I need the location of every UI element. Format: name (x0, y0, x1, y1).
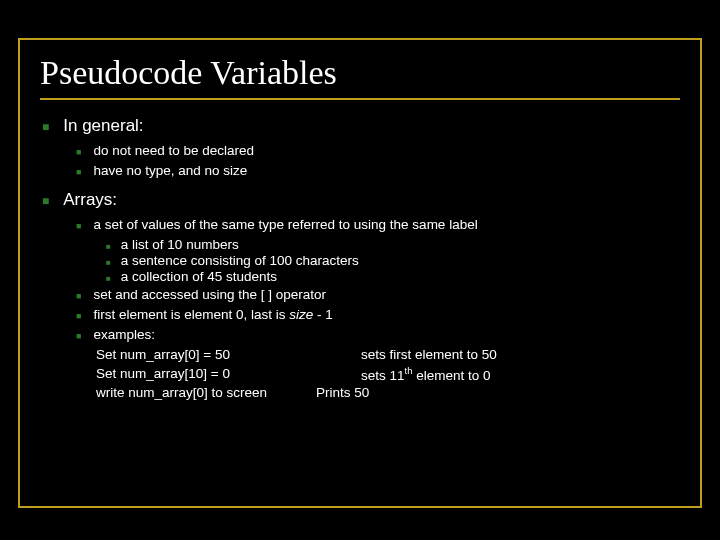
bullet-icon: ■ (42, 194, 49, 208)
list-item: ■first element is element 0, last is siz… (76, 306, 680, 324)
bullet-icon: ■ (76, 311, 81, 321)
item-text: have no type, and no size (93, 162, 247, 180)
example-row: Set num_array[10] = 0sets 11th element t… (96, 365, 680, 385)
list-item: ■set and accessed using the [ ] operator (76, 286, 680, 304)
sub-item: ■a sentence consisting of 100 characters (106, 253, 680, 268)
example-code: write num_array[0] to screen (96, 384, 316, 402)
item-text: examples: (93, 326, 155, 344)
example-result: Prints 50 (316, 384, 369, 402)
bullet-icon: ■ (106, 274, 111, 283)
sub-item-text: a list of 10 numbers (121, 237, 239, 252)
bullet-icon: ■ (106, 258, 111, 267)
example-result: sets first element to 50 (361, 346, 497, 364)
bullet-icon: ■ (76, 331, 81, 341)
item-list: ■a set of values of the same type referr… (76, 216, 680, 402)
sub-item-text: a sentence consisting of 100 characters (121, 253, 359, 268)
sub-item-text: a collection of 45 students (121, 269, 277, 284)
section: ■Arrays:■a set of values of the same typ… (40, 190, 680, 402)
section: ■In general:■do not need to be declared■… (40, 116, 680, 180)
list-item: ■examples:Set num_array[0] = 50sets firs… (76, 326, 680, 402)
section-label: In general: (63, 116, 143, 136)
example-result: sets 11th element to 0 (361, 365, 490, 385)
example-code: Set num_array[10] = 0 (96, 365, 361, 385)
bullet-icon: ■ (76, 221, 81, 231)
example-row: write num_array[0] to screenPrints 50 (96, 384, 680, 402)
content-list: ■In general:■do not need to be declared■… (40, 116, 680, 402)
slide-title: Pseudocode Variables (40, 54, 680, 100)
list-item: ■have no type, and no size (76, 162, 680, 180)
sub-item: ■a list of 10 numbers (106, 237, 680, 252)
slide: Pseudocode Variables ■In general:■do not… (18, 38, 702, 508)
example-row: Set num_array[0] = 50sets first element … (96, 346, 680, 364)
bullet-icon: ■ (42, 120, 49, 134)
item-text: set and accessed using the [ ] operator (93, 286, 326, 304)
list-item: ■do not need to be declared (76, 142, 680, 160)
list-item: ■a set of values of the same type referr… (76, 216, 680, 283)
bullet-icon: ■ (76, 147, 81, 157)
examples-block: Set num_array[0] = 50sets first element … (96, 346, 680, 402)
item-text: first element is element 0, last is size… (93, 306, 332, 324)
section-label: Arrays: (63, 190, 117, 210)
sub-item: ■a collection of 45 students (106, 269, 680, 284)
bullet-icon: ■ (106, 242, 111, 251)
item-text: a set of values of the same type referre… (93, 216, 477, 234)
sub-list: ■a list of 10 numbers■a sentence consist… (106, 237, 680, 284)
bullet-icon: ■ (76, 167, 81, 177)
bullet-icon: ■ (76, 291, 81, 301)
item-list: ■do not need to be declared■have no type… (76, 142, 680, 180)
example-code: Set num_array[0] = 50 (96, 346, 361, 364)
item-text: do not need to be declared (93, 142, 254, 160)
